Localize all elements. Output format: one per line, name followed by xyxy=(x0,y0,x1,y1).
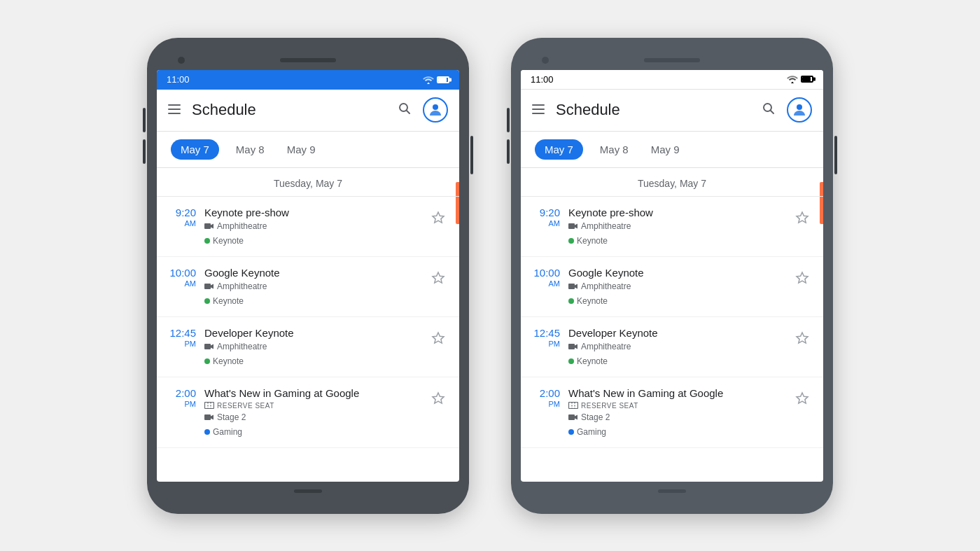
date-tab-may9-2[interactable]: May 9 xyxy=(645,141,685,158)
star-button-1-3[interactable] xyxy=(428,328,448,348)
phone-2-wrapper: 11:00 xyxy=(511,38,833,514)
session-time-2-1: 9:20 AM xyxy=(532,207,568,228)
session-details-2-2: Google Keynote Amphitheatre Keynot xyxy=(568,267,792,307)
session-time-2-4: 2:00 PM xyxy=(532,387,568,409)
phone-1-speaker xyxy=(280,58,336,62)
session-time-1-3: 12:45 PM xyxy=(168,327,204,349)
avatar-2[interactable] xyxy=(787,97,812,123)
session-location-2-3: Amphitheatre xyxy=(568,342,792,351)
session-item-1-4[interactable]: 2:00 PM What's New in Gaming at Google R… xyxy=(157,377,459,448)
session-tag-1-2: Keynote xyxy=(204,296,244,306)
svg-marker-13 xyxy=(433,393,444,403)
tag-dot-2-1 xyxy=(568,238,574,244)
session-location-2-1: Amphitheatre xyxy=(568,221,792,231)
session-time-1-2: 10:00 AM xyxy=(168,267,204,288)
search-button-2[interactable] xyxy=(762,102,776,119)
date-tab-may7-2[interactable]: May 7 xyxy=(535,139,583,160)
svg-rect-21 xyxy=(568,284,575,289)
volume-down-button xyxy=(143,139,146,164)
star-button-2-4[interactable] xyxy=(792,389,812,408)
battery-icon-1 xyxy=(437,76,449,83)
tag-dot-2-4 xyxy=(568,429,574,435)
session-tag-1-4: Gaming xyxy=(204,427,242,437)
tag-dot-1-2 xyxy=(204,298,210,304)
star-button-2-1[interactable] xyxy=(792,208,812,228)
session-details-1-2: Google Keynote Amphitheatre Keynot xyxy=(204,267,428,307)
session-location-1-2: Amphitheatre xyxy=(204,281,428,291)
date-tab-may8-1[interactable]: May 8 xyxy=(230,141,270,158)
session-item-2-2[interactable]: 10:00 AM Google Keynote Amphitheatre xyxy=(521,257,823,317)
session-tag-1-3: Keynote xyxy=(204,356,244,366)
search-button-1[interactable] xyxy=(398,102,412,119)
phone-1-bottom xyxy=(157,482,459,501)
menu-icon-2[interactable] xyxy=(532,103,545,118)
avatar-1[interactable] xyxy=(423,97,448,123)
session-location-2-4: Stage 2 xyxy=(568,412,792,422)
volume-up-button-2 xyxy=(507,108,510,132)
svg-rect-1 xyxy=(168,109,181,110)
phone-2-screen: 11:00 xyxy=(521,70,823,482)
svg-point-18 xyxy=(797,104,802,110)
svg-rect-19 xyxy=(568,223,575,229)
session-reserve-1-4: RESERVE SEAT xyxy=(204,402,428,410)
session-details-2-4: What's New in Gaming at Google RESERVE S… xyxy=(568,387,792,438)
menu-icon-1[interactable] xyxy=(168,103,181,118)
phone-1-screen: 11:00 xyxy=(157,70,459,482)
status-bar-1: 11:00 xyxy=(157,70,459,90)
session-item-2-4[interactable]: 2:00 PM What's New in Gaming at Google R… xyxy=(521,377,823,448)
video-cam-icon-2-3 xyxy=(568,343,578,350)
app-bar-title-1: Schedule xyxy=(192,101,386,119)
date-tab-may7-1[interactable]: May 7 xyxy=(171,139,219,160)
tag-dot-2-2 xyxy=(568,298,574,304)
session-time-1-1: 9:20 AM xyxy=(168,207,204,228)
ticket-icon-2-4 xyxy=(568,402,578,409)
session-item-2-3[interactable]: 12:45 PM Developer Keynote Amphitheatre xyxy=(521,317,823,377)
status-icons-2 xyxy=(787,75,813,83)
star-button-1-2[interactable] xyxy=(428,268,448,288)
star-button-1-4[interactable] xyxy=(428,389,448,408)
session-item-2-1[interactable]: 9:20 AM Keynote pre-show Amphitheatre xyxy=(521,197,823,257)
session-tag-2-2: Keynote xyxy=(568,296,608,306)
date-tabs-1: May 7 May 8 May 9 xyxy=(157,132,459,168)
session-details-1-1: Keynote pre-show Amphitheatre Keyn xyxy=(204,207,428,246)
svg-marker-22 xyxy=(797,272,808,283)
session-time-1-4: 2:00 PM xyxy=(168,387,204,409)
svg-marker-6 xyxy=(433,212,444,223)
phones-container: 11:00 xyxy=(147,38,833,514)
star-button-1-1[interactable] xyxy=(428,208,448,228)
volume-down-button-2 xyxy=(507,139,510,164)
phone-2-speaker xyxy=(644,58,700,62)
svg-rect-14 xyxy=(532,104,545,106)
svg-rect-25 xyxy=(569,403,578,409)
phone-2-top xyxy=(521,50,823,70)
session-item-1-2[interactable]: 10:00 AM Google Keynote Amphitheatre xyxy=(157,257,459,317)
svg-rect-15 xyxy=(532,109,545,110)
svg-point-4 xyxy=(433,104,438,110)
session-location-2-2: Amphitheatre xyxy=(568,281,792,291)
star-button-2-3[interactable] xyxy=(792,328,812,348)
star-button-2-2[interactable] xyxy=(792,268,812,288)
volume-up-button xyxy=(143,108,146,132)
date-tab-may9-1[interactable]: May 9 xyxy=(281,141,321,158)
status-time-1: 11:00 xyxy=(167,74,190,85)
battery-fill-1 xyxy=(438,78,447,82)
session-item-1-3[interactable]: 12:45 PM Developer Keynote Amphitheatre xyxy=(157,317,459,377)
svg-rect-0 xyxy=(168,104,181,106)
session-location-1-3: Amphitheatre xyxy=(204,342,428,351)
tag-dot-1-4 xyxy=(204,429,210,435)
session-reserve-2-4: RESERVE SEAT xyxy=(568,402,792,410)
phone-2: 11:00 xyxy=(511,38,833,514)
tag-dot-1-3 xyxy=(204,358,210,364)
phone-1-camera xyxy=(178,57,185,64)
video-cam-icon-1-4 xyxy=(204,414,214,421)
ticket-icon-1-4 xyxy=(204,402,214,409)
video-cam-icon-1-2 xyxy=(204,283,214,290)
home-indicator-2 xyxy=(658,489,686,493)
svg-rect-9 xyxy=(204,344,211,349)
session-time-2-2: 10:00 AM xyxy=(532,267,568,288)
date-tab-may8-2[interactable]: May 8 xyxy=(594,141,634,158)
session-item-1-1[interactable]: 9:20 AM Keynote pre-show Amphitheatre xyxy=(157,197,459,257)
session-tag-2-3: Keynote xyxy=(568,356,608,366)
status-icons-1 xyxy=(423,76,449,84)
tag-dot-2-3 xyxy=(568,358,574,364)
